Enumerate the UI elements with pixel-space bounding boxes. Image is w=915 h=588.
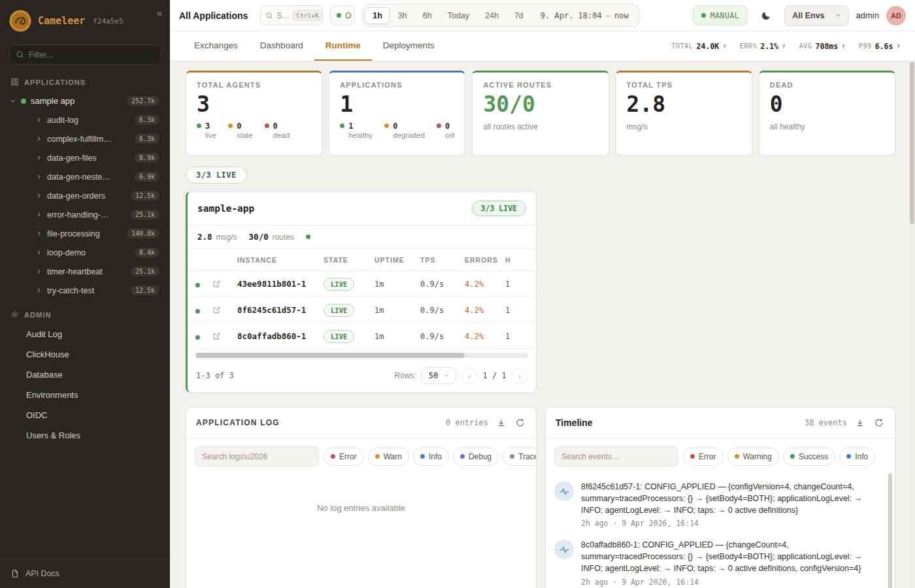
time-range-today[interactable]: Today <box>440 7 477 24</box>
chevron-right-icon <box>35 116 42 123</box>
time-range-7d[interactable]: 7d <box>507 7 531 24</box>
external-link-icon[interactable] <box>212 280 237 288</box>
time-range-3h[interactable]: 3h <box>390 7 415 24</box>
moon-icon <box>761 10 771 21</box>
chevron-right-icon <box>35 287 42 294</box>
refresh-button[interactable] <box>514 417 526 429</box>
instance-row[interactable]: 8c0affadb860-1 LIVE 1m 0.9/s 4.2% 1 <box>188 323 536 350</box>
filter-dot-icon <box>331 454 335 459</box>
trend-up-icon: ↑ <box>841 42 846 50</box>
filter-label: Info <box>429 452 442 461</box>
timeline-event[interactable]: 8c0affadb860-1: CONFIG_APPLIED — {change… <box>554 534 878 588</box>
sidebar-route-item[interactable]: try-catch-test 12.5k <box>0 281 170 300</box>
route-count-badge: 12.5k <box>131 286 159 295</box>
next-page-button[interactable]: › <box>512 368 527 384</box>
timeline-scrollbar-thumb[interactable] <box>888 473 892 588</box>
filter-input[interactable] <box>29 50 154 59</box>
log-filter-chip[interactable]: Warn <box>368 448 409 466</box>
time-range-6h[interactable]: 6h <box>415 7 440 24</box>
sidebar-admin-item[interactable]: Users & Roles <box>0 425 170 446</box>
time-range-group: 1h 3h 6h Today 24h 7d 9. Apr. 18:04 — no… <box>362 4 639 27</box>
sidebar-route-item[interactable]: file-processing 140.8k <box>0 224 170 243</box>
online-status-chip[interactable]: O <box>330 5 355 25</box>
instance-uptime: 1m <box>374 306 420 315</box>
instance-row[interactable]: 43ee9811b801-1 LIVE 1m 0.9/s 4.2% 1 <box>188 271 536 297</box>
timeline-filter-chip[interactable]: Info <box>839 448 875 466</box>
log-filter-chip[interactable]: Error <box>324 448 364 466</box>
time-window-display: 9. Apr. 18:04 — now <box>531 11 637 20</box>
download-button[interactable] <box>495 417 507 429</box>
tab-deployments[interactable]: Deployments <box>372 31 446 61</box>
gear-icon <box>10 310 19 319</box>
timeline-filter-chip[interactable]: Warning <box>727 448 779 466</box>
sidebar-route-item[interactable]: data-gen-neste… 6.9k <box>0 167 170 186</box>
log-filter-chip[interactable]: Debug <box>453 448 499 466</box>
horizontal-scrollbar[interactable] <box>195 353 528 358</box>
timeline-filter-chip[interactable]: Success <box>783 448 835 466</box>
log-search-input[interactable] <box>195 446 319 466</box>
card-subtitle: msg/s <box>627 122 741 131</box>
window-scrollbar-thumb[interactable] <box>910 62 914 224</box>
timeline-filter-chip[interactable]: Error <box>683 448 724 466</box>
card-title: TOTAL AGENTS <box>197 81 311 89</box>
pulse-icon <box>559 487 569 497</box>
sidebar-admin-item[interactable]: Environments <box>0 385 170 405</box>
route-label: file-processing <box>47 229 100 238</box>
instance-id: 8c0affadb860-1 <box>237 331 324 341</box>
sidebar-admin-item[interactable]: Audit Log <box>0 324 170 344</box>
sidebar-route-item[interactable]: error-handling-… 25.1k <box>0 205 170 224</box>
application-card: sample-app 3/3 LIVE 2.8 msg/s 30/0 route… <box>186 191 537 393</box>
sidebar-item-sample-app[interactable]: sample app 252.7k <box>0 91 170 110</box>
route-count-badge: 140.8k <box>127 229 159 238</box>
sidebar-collapse-button[interactable]: « <box>157 7 162 18</box>
filter-label: Success <box>799 452 828 461</box>
download-button[interactable] <box>854 417 866 429</box>
instance-errors: 4.2% <box>465 280 505 289</box>
row-range-label: 1-3 of 3 <box>196 371 234 380</box>
api-docs-link[interactable]: API Docs <box>0 559 170 588</box>
prev-page-button[interactable]: ‹ <box>461 368 477 384</box>
sidebar-route-item[interactable]: loop-demo 8.4k <box>0 243 170 262</box>
topbar: All Applications S… Ctrl+K O 1h 3h 6h To… <box>170 0 915 31</box>
tab-dashboard[interactable]: Dashboard <box>249 31 314 61</box>
time-from: 9. Apr. 18:04 <box>541 11 602 20</box>
sidebar-route-item[interactable]: data-gen-orders 12.5k <box>0 186 170 205</box>
app-count-badge: 252.7k <box>127 96 159 106</box>
page-title: All Applications <box>179 10 248 21</box>
log-filter-chip[interactable]: Trace <box>503 448 537 466</box>
instance-row[interactable]: 8f6245c61d57-1 LIVE 1m 0.9/s 4.2% 1 <box>188 297 536 323</box>
sidebar-route-item[interactable]: timer-heartbeat 25.1k <box>0 262 170 281</box>
global-search-button[interactable]: S… Ctrl+K <box>260 5 323 25</box>
time-range-24h[interactable]: 24h <box>477 7 507 24</box>
sidebar-route-item[interactable]: data-gen-files 8.9k <box>0 148 170 167</box>
sidebar-admin-item[interactable]: ClickHouse <box>0 344 170 365</box>
avatar[interactable]: AD <box>886 6 906 25</box>
horizontal-scrollbar-thumb[interactable] <box>195 353 465 358</box>
time-range-1h[interactable]: 1h <box>365 7 390 24</box>
filter-dot-icon <box>375 454 380 459</box>
sidebar-route-item[interactable]: complex-fulfillm… 6.3k <box>0 129 170 148</box>
instance-state-badge: LIVE <box>324 330 354 343</box>
status-dot-icon <box>340 123 344 128</box>
refresh-mode-button[interactable]: MANUAL <box>693 5 748 25</box>
time-to: now <box>614 11 629 20</box>
page-indicator: 1 / 1 <box>483 371 507 380</box>
tab-runtime[interactable]: Runtime <box>314 31 372 61</box>
log-filter-chip[interactable]: Info <box>413 448 449 466</box>
timeline-search-input[interactable] <box>554 446 678 466</box>
rows-per-page-select[interactable]: 50 <box>422 367 456 384</box>
sidebar-admin-item[interactable]: Database <box>0 365 170 385</box>
tab-exchanges[interactable]: Exchanges <box>183 31 249 61</box>
sidebar-route-item[interactable]: audit-log 6.3k <box>0 110 170 129</box>
timeline-event[interactable]: 8f6245c61d57-1: CONFIG_APPLIED — {config… <box>554 476 878 534</box>
application-name: sample-app <box>197 203 254 214</box>
admin-item-label: Users & Roles <box>26 431 80 440</box>
timeline-event-list: 8f6245c61d57-1: CONFIG_APPLIED — {config… <box>546 474 895 588</box>
external-link-icon[interactable] <box>212 306 237 314</box>
dark-mode-toggle[interactable] <box>755 5 777 25</box>
environment-select[interactable]: All Envs <box>784 5 848 26</box>
external-link-icon[interactable] <box>212 332 237 340</box>
chevron-right-icon <box>35 173 42 180</box>
sidebar-admin-item[interactable]: OIDC <box>0 405 170 425</box>
refresh-button[interactable] <box>873 417 885 429</box>
